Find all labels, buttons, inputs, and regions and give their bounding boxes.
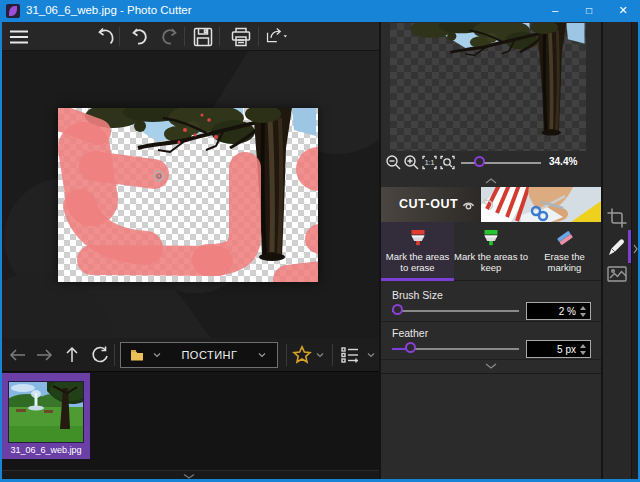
content-area: ПОСТИНГ (2, 22, 638, 479)
brush-size-slider-handle[interactable] (392, 304, 403, 315)
cutout-pen-icon[interactable] (606, 236, 628, 258)
cutout-tools: Mark the areas to erase Mark the areas t… (381, 222, 601, 281)
app-logo-icon (6, 4, 20, 18)
image-tools-icon[interactable] (606, 263, 628, 285)
chevron-down-icon[interactable] (152, 351, 162, 359)
main-toolbar (2, 22, 379, 51)
redo-icon[interactable] (159, 26, 181, 48)
toolbar-divider (332, 344, 333, 366)
actual-size-icon[interactable]: 1:1 (421, 154, 438, 171)
canvas[interactable] (2, 51, 379, 338)
zoom-out-icon[interactable] (385, 154, 402, 171)
red-marker-icon (407, 227, 429, 249)
cutout-panel: 1:1 34.4% (379, 22, 603, 479)
collapse-preview[interactable] (381, 174, 601, 188)
nav-up-icon[interactable] (62, 345, 82, 365)
mode-strip (603, 22, 638, 479)
minimize-button[interactable]: – (538, 0, 572, 22)
folder-name: ПОСТИНГ (162, 349, 257, 361)
toolbar-divider (114, 344, 115, 366)
browser-footer (2, 470, 379, 479)
toolbar-divider (119, 27, 120, 46)
selected-tool-underline (381, 278, 454, 281)
visibility-eye-icon[interactable] (461, 198, 476, 211)
chevron-down-icon[interactable] (315, 351, 325, 359)
result-preview (390, 23, 586, 151)
spinner-arrows-icon[interactable] (579, 343, 588, 356)
tool-label: Erase the marking (528, 251, 601, 273)
window-title: 31_06_6_web.jpg - Photo Cutter (26, 4, 192, 16)
folder-icon (130, 348, 144, 362)
print-icon[interactable] (230, 26, 252, 48)
tool-label: Mark the areas to keep (454, 251, 528, 273)
file-browser: ПОСТИНГ (2, 338, 379, 479)
feather-section: Feather 5 px (381, 322, 601, 360)
zoom-in-icon[interactable] (403, 154, 420, 171)
brush-size-label: Brush Size (392, 289, 443, 301)
chevron-down-icon[interactable] (257, 351, 267, 359)
undo-icon[interactable] (128, 26, 150, 48)
folder-dropdown[interactable]: ПОСТИНГ (120, 342, 278, 368)
panel-empty-area (381, 373, 601, 479)
thumbnail-filename: 31_06_6_web.jpg (2, 445, 90, 455)
feather-spinbox[interactable]: 5 px (526, 340, 591, 358)
chevron-down-icon[interactable] (366, 351, 376, 359)
zoom-controls: 1:1 34.4% (381, 152, 601, 174)
preview-zoom-slider[interactable] (461, 162, 541, 164)
hamburger-menu-icon[interactable] (8, 26, 30, 48)
save-icon[interactable] (192, 26, 214, 48)
brush-size-slider[interactable] (392, 310, 519, 312)
editor-region: ПОСТИНГ (2, 22, 379, 479)
eraser-icon (554, 227, 576, 249)
expand-more-settings[interactable] (381, 359, 601, 373)
spinner-arrows-icon[interactable] (579, 305, 588, 318)
tool-mark-erase[interactable]: Mark the areas to erase (381, 222, 454, 281)
share-icon[interactable] (265, 26, 287, 48)
tool-mark-keep[interactable]: Mark the areas to keep (454, 222, 528, 281)
toolbar-divider (258, 27, 259, 46)
thumbnail-image (8, 381, 84, 443)
app-window: 31_06_6_web.jpg - Photo Cutter – □ ✕ (0, 0, 640, 482)
brush-size-value: 2 % (559, 306, 576, 317)
nav-forward-icon[interactable] (34, 345, 54, 365)
preview-zoom-slider-handle[interactable] (474, 156, 485, 167)
undo-step-icon[interactable] (95, 26, 117, 48)
toolbar-divider (286, 344, 287, 366)
titlebar[interactable]: 31_06_6_web.jpg - Photo Cutter – □ ✕ (0, 0, 640, 22)
feather-slider-handle[interactable] (405, 342, 416, 353)
chevron-down-icon[interactable] (182, 473, 196, 480)
feather-value: 5 px (557, 344, 576, 355)
refresh-icon[interactable] (90, 345, 110, 365)
tool-erase-marking[interactable]: Erase the marking (528, 222, 601, 281)
brush-size-spinbox[interactable]: 2 % (526, 302, 591, 320)
reset-undo-icon[interactable] (480, 197, 495, 211)
favorites-star-icon[interactable] (292, 345, 312, 365)
maximize-button[interactable]: □ (572, 0, 606, 22)
feather-label: Feather (392, 327, 428, 339)
toolbar-divider (184, 27, 185, 46)
tool-label: Mark the areas to erase (381, 251, 454, 273)
fit-view-icon[interactable] (439, 154, 456, 171)
green-marker-icon (480, 227, 502, 249)
toolbar-divider (219, 27, 220, 46)
panel-expand-icon (632, 242, 639, 256)
zoom-percent: 34.4% (549, 156, 577, 167)
panel-expander[interactable] (631, 22, 638, 479)
view-list-icon[interactable] (340, 345, 360, 365)
edited-image[interactable] (58, 108, 318, 282)
brush-size-section: Brush Size 2 % (381, 284, 601, 322)
nav-back-icon[interactable] (8, 345, 28, 365)
cutout-title: CUT-OUT (399, 197, 458, 211)
banner-photo (481, 187, 601, 222)
browser-toolbar: ПОСТИНГ (2, 338, 379, 372)
file-thumbnail-selected[interactable]: 31_06_6_web.jpg (2, 373, 90, 459)
chevron-up-icon (484, 177, 498, 185)
cutout-banner: CUT-OUT (381, 187, 601, 222)
crop-tool-icon[interactable] (606, 207, 628, 229)
chevron-down-icon (484, 362, 498, 370)
svg-text:1:1: 1:1 (425, 159, 435, 166)
close-button[interactable]: ✕ (606, 0, 640, 22)
